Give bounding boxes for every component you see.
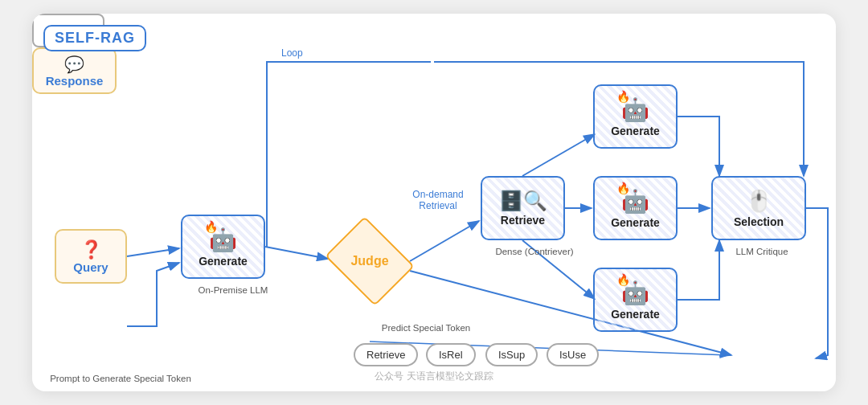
- dense-annotation: Dense (Contriever): [482, 247, 587, 256]
- on-premise-annotation: On-Premise LLM: [193, 285, 273, 295]
- db-icon: 🗄️🔍: [499, 190, 547, 212]
- query-label: Query: [73, 260, 108, 274]
- judge-label: Judge: [330, 254, 410, 268]
- retrieve-label: Retrieve: [501, 214, 545, 227]
- on-demand-annotation: On-demand Retrieval: [398, 189, 478, 211]
- svg-line-3: [410, 221, 479, 261]
- response-icon: 💬: [64, 55, 84, 74]
- generate-mid-node: 🔥 🤖 Generate: [593, 176, 678, 240]
- generate-bot-label: Generate: [611, 308, 660, 321]
- prompt-annotation: Prompt to Generate Special Token: [40, 374, 201, 383]
- fire-icon-bot: 🔥: [616, 273, 630, 286]
- svg-line-1: [127, 248, 179, 256]
- query-node: ❓ Query: [55, 229, 127, 284]
- token-isuse: IsUse: [547, 343, 599, 366]
- generate-top-label: Generate: [611, 125, 660, 137]
- fire-icon-left: 🔥: [204, 220, 218, 233]
- response-node: 💬 Response: [32, 47, 117, 94]
- llm-critique-annotation: LLM Critique: [714, 247, 810, 256]
- fire-icon-mid: 🔥: [616, 182, 630, 194]
- token-retrieve: Retrieve: [354, 343, 418, 366]
- generate-bot-node: 🔥 🤖 Generate: [593, 268, 678, 332]
- judge-diamond: Judge: [330, 229, 410, 293]
- selection-icon: 🖱️: [746, 189, 772, 214]
- token-isrel: IsRel: [426, 343, 476, 366]
- title-box: SELF-RAG: [43, 25, 146, 51]
- generate-left-node: 🔥 🤖 Generate: [181, 215, 265, 279]
- diagram-title: SELF-RAG: [55, 30, 135, 46]
- watermark: 公众号 天语言模型论文跟踪: [375, 370, 493, 383]
- loop-annotation: Loop: [281, 47, 303, 59]
- diagram-container: SELF-RAG Loop ❓ Query GPT-4 🔥 🤖 Generate…: [32, 14, 836, 391]
- retrieve-node: 🗄️🔍 Retrieve: [481, 176, 565, 240]
- generate-top-node: 🔥 🤖 Generate: [593, 84, 678, 149]
- response-label: Response: [46, 74, 104, 88]
- token-issup: IsSup: [485, 343, 538, 366]
- generate-left-label: Generate: [199, 255, 248, 268]
- selection-label: Selection: [734, 215, 784, 228]
- generate-mid-label: Generate: [611, 216, 660, 229]
- selection-node: 🖱️ Selection: [711, 176, 806, 240]
- query-icon: ❓: [80, 239, 102, 260]
- predict-token-annotation: Predict Special Token: [354, 323, 498, 333]
- fire-icon-top: 🔥: [616, 90, 630, 103]
- svg-line-2: [265, 247, 328, 259]
